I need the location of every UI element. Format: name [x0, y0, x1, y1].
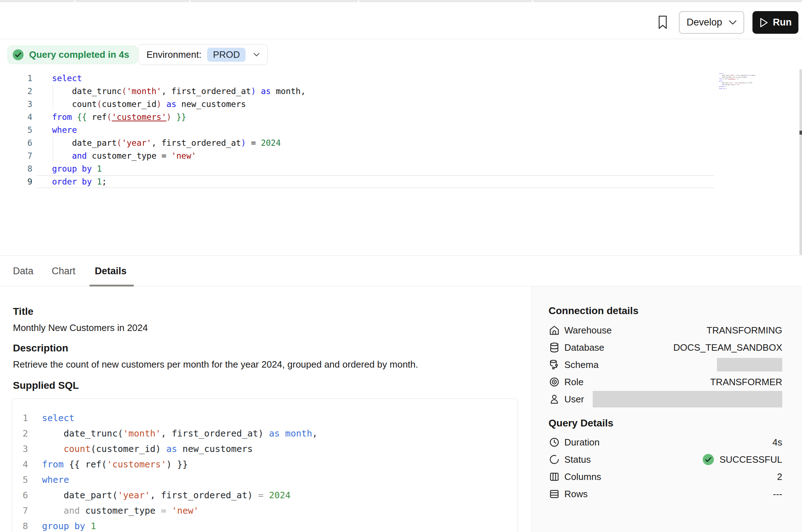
code-token: ) — [167, 112, 172, 122]
code-token: (customer_id) — [90, 444, 166, 454]
user-label: User — [564, 394, 584, 405]
code-token: customer_type — [80, 505, 161, 516]
code-line: 3 count(customer_id) as new_customers — [12, 441, 518, 457]
code-line: 6 date_part('year', first_ordered_at) = … — [12, 487, 518, 503]
rows-label: Rows — [564, 489, 588, 500]
develop-dropdown-button[interactable]: Develop — [679, 11, 744, 34]
code-token: group by — [719, 86, 725, 87]
code-token: ( — [107, 112, 112, 122]
code-token: month, — [271, 87, 306, 96]
code-token: ref — [87, 112, 107, 122]
code-line: 1select — [0, 72, 714, 85]
code-token: 'customers' — [728, 78, 736, 80]
code-token: 'new' — [171, 151, 196, 160]
description-value: Retrieve the count of new customers per … — [13, 359, 418, 370]
code-token — [92, 164, 97, 173]
supplied-sql-box: 1select2 date_trunc('month', first_order… — [12, 398, 518, 532]
tab-data[interactable]: Data — [13, 256, 33, 286]
columns-icon — [549, 471, 560, 482]
line-number: 5 — [0, 123, 32, 136]
tab-chart[interactable]: Chart — [52, 256, 75, 286]
line-number: 8 — [12, 518, 28, 532]
chevron-down-icon — [253, 53, 260, 57]
line-number: 3 — [0, 98, 32, 111]
code-token: 2024 — [261, 138, 281, 148]
code-token: 'month' — [123, 428, 161, 439]
code-token: , first_ordered_at — [735, 75, 748, 76]
code-token: select — [719, 73, 723, 74]
database-row: Database DOCS_TEAM_SANDBOX — [549, 339, 782, 356]
code-token — [85, 521, 90, 531]
code-line: 5where — [0, 123, 714, 136]
code-token: select — [52, 74, 82, 83]
role-row: Role TRANSFORMER — [549, 373, 782, 391]
database-icon — [549, 342, 560, 353]
bookmark-button[interactable] — [655, 14, 671, 30]
code-token: month, — [751, 75, 756, 76]
duration-label: Duration — [564, 437, 600, 448]
code-token: date_trunc — [52, 87, 122, 96]
user-row: User — [549, 391, 782, 408]
code-token — [72, 112, 77, 122]
code-token: count — [64, 444, 90, 454]
supplied-sql-heading: Supplied SQL — [13, 380, 79, 391]
code-token: from — [42, 459, 64, 470]
code-token: ( — [117, 138, 122, 148]
code-token: group by — [52, 164, 92, 173]
columns-row: Columns 2 — [549, 468, 782, 485]
code-line: 2 date_trunc('month', first_ordered_at) … — [0, 85, 714, 98]
editor-minimap[interactable]: select date_trunc('month', first_ordered… — [716, 73, 757, 91]
title-heading: Title — [13, 306, 33, 317]
user-icon — [549, 393, 560, 405]
code-token: order by — [719, 88, 725, 89]
code-token: date_part — [719, 82, 728, 84]
code-token: ref — [724, 78, 727, 80]
code-line: 4from {{ ref('customers') }} — [0, 111, 714, 123]
code-line: 7 and customer_type = 'new' — [0, 149, 714, 162]
run-label: Run — [773, 17, 792, 28]
columns-label: Columns — [564, 471, 601, 482]
status-success-badge: SUCCESSFUL — [702, 453, 782, 466]
code-line: 3 count(customer_id) as new_customers — [0, 98, 714, 111]
database-label: Database — [564, 342, 604, 353]
description-heading: Description — [13, 342, 68, 354]
check-circle-icon — [12, 49, 24, 61]
environment-selector[interactable]: Environment: PROD — [138, 44, 268, 65]
code-token — [264, 490, 269, 500]
play-icon — [759, 18, 769, 28]
code-token — [42, 505, 64, 516]
sql-editor[interactable]: 1select2 date_trunc('month', first_order… — [0, 72, 714, 188]
connection-details-heading: Connection details — [549, 305, 638, 317]
code-token: new_customers — [177, 444, 253, 454]
line-number: 4 — [0, 111, 32, 123]
editor-scrollbar-thumb[interactable] — [799, 131, 802, 135]
schema-icon — [549, 359, 560, 370]
code-token: ( — [97, 99, 102, 109]
code-token: 2024 — [269, 490, 290, 500]
code-token: 'month' — [127, 87, 162, 96]
code-line: 1select — [12, 410, 518, 426]
editor-scrollbar-track[interactable] — [799, 69, 802, 255]
code-token — [171, 112, 176, 122]
schema-value-redacted — [717, 358, 782, 372]
code-token: {{ ref( — [64, 459, 107, 470]
columns-value: 2 — [777, 471, 782, 482]
code-line: 9order by 1; — [0, 175, 714, 188]
duration-value: 4s — [773, 437, 782, 448]
line-number: 7 — [0, 149, 32, 162]
tab-details[interactable]: Details — [95, 256, 127, 286]
code-token: group by — [42, 521, 85, 531]
code-token: 'new' — [172, 505, 199, 516]
code-token: customer_type = — [87, 151, 171, 160]
code-token: and — [64, 505, 80, 516]
environment-value-badge: PROD — [207, 48, 246, 62]
code-token: = — [161, 505, 166, 516]
code-token — [719, 84, 722, 85]
code-token: ( — [122, 87, 127, 96]
code-token: , first_ordered_at — [151, 138, 241, 148]
code-token — [92, 177, 97, 186]
line-number: 4 — [12, 457, 28, 472]
query-details-heading: Query Details — [549, 417, 614, 429]
line-number: 8 — [0, 162, 32, 175]
run-button[interactable]: Run — [752, 11, 798, 34]
